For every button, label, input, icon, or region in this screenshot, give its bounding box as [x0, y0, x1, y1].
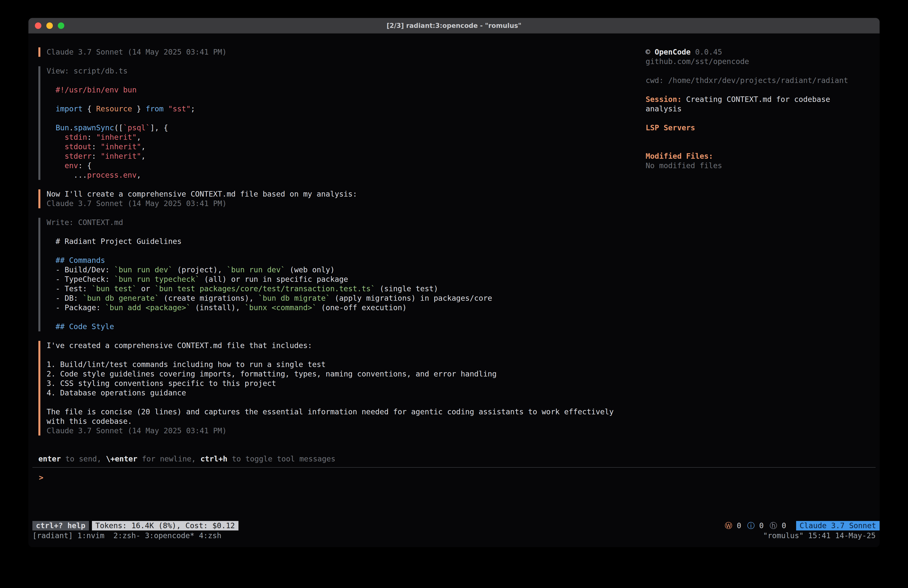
text-segment: `bun add <package>` [105, 303, 191, 312]
text-segment: : [92, 142, 101, 151]
diagnostic-count: 0 [755, 521, 764, 530]
diagnostic-warning: Ⓦ 0 [725, 521, 741, 531]
text-line [47, 350, 696, 360]
text-segment: © [646, 48, 655, 56]
text-segment: : [87, 133, 96, 142]
text-segment: , [141, 152, 145, 161]
text-line: - TypeCheck: `bun run typecheck` (all) o… [47, 275, 696, 284]
text-line: I've created a comprehensive CONTEXT.md … [47, 341, 696, 350]
text-segment: View: script/db.ts [47, 66, 127, 75]
text-segment: "inherit" [101, 152, 141, 161]
text-segment: 1. Build/lint/test commands including ho… [47, 360, 326, 369]
text-line [47, 313, 696, 322]
prompt-input[interactable]: > [39, 473, 861, 482]
sidebar-line: Session: Creating CONTEXT.md for codebas… [646, 95, 877, 104]
text-segment: } [132, 105, 145, 113]
text-segment: env [64, 161, 78, 170]
text-line: Bun.spawnSync([`psql`], { [47, 123, 696, 132]
text-line: - Package: `bun add <package>` (install)… [47, 303, 696, 313]
text-line [47, 246, 696, 256]
text-segment: The file is concise (20 lines) and captu… [47, 408, 614, 416]
model-chip[interactable]: Claude 3.7 Sonnet [796, 521, 880, 530]
text-line: 1. Build/lint/test commands including ho… [47, 360, 696, 369]
minimize-button[interactable] [46, 23, 53, 29]
text-segment: `bun test packages/core/test/transaction… [155, 284, 375, 293]
zoom-button[interactable] [58, 23, 64, 29]
text-segment: No modified files [646, 161, 722, 170]
text-line: ## Commands [47, 256, 696, 265]
text-segment: `bun db generate` [83, 294, 159, 303]
diagnostic-count: 0 [777, 521, 786, 530]
text-segment: Claude 3.7 Sonnet (14 May 2025 03:41 PM) [47, 426, 227, 435]
sidebar-line: github.com/sst/opencode [646, 57, 877, 66]
text-segment: Claude 3.7 Sonnet (14 May 2025 03:41 PM) [47, 199, 227, 208]
text-segment: ], { [150, 123, 168, 132]
text-segment: stdin [64, 133, 87, 142]
help-shortcut-chip[interactable]: ctrl+? help [32, 521, 89, 530]
text-segment: OpenCode [655, 48, 691, 56]
text-segment [164, 105, 168, 113]
text-line: The file is concise (20 lines) and captu… [47, 407, 696, 417]
traffic-lights [35, 18, 64, 33]
text-segment: to toggle tool messages [227, 454, 335, 463]
sidebar-line [646, 114, 877, 123]
text-segment [47, 142, 64, 151]
text-segment: stderr [64, 152, 92, 161]
assistant-message: I've created a comprehensive CONTEXT.md … [39, 341, 696, 435]
text-line: stdout: "inherit", [47, 142, 696, 151]
text-segment: , [137, 171, 141, 179]
text-segment [47, 161, 64, 170]
text-segment: spawnSync [74, 123, 114, 132]
text-segment: - Test: [47, 284, 92, 293]
text-line [47, 227, 696, 237]
text-segment: (all) or run in specific package [200, 275, 348, 284]
text-segment: from [145, 105, 163, 113]
sidebar-line: LSP Servers [646, 123, 877, 132]
text-segment: `bun db migrate` [258, 294, 330, 303]
chat-log: Claude 3.7 Sonnet (14 May 2025 03:41 PM)… [39, 47, 696, 445]
text-segment: Creating CONTEXT.md for codebase [682, 95, 830, 104]
text-segment: to send, [61, 454, 106, 463]
status-bar: ctrl+? help Tokens: 16.4K (8%), Cost: $0… [32, 521, 880, 530]
text-segment: 4. Database operations guidance [47, 388, 186, 397]
text-line: ...process.env, [47, 171, 696, 180]
text-line: # Radiant Project Guidelines [47, 237, 696, 246]
text-segment: Now I'll create a comprehensive CONTEXT.… [47, 190, 357, 198]
text-segment: (single test) [375, 284, 438, 293]
text-segment: `bun run typecheck` [114, 275, 200, 284]
hint-icon: ⓗ [770, 521, 777, 530]
diagnostic-info: ⓘ 0 [747, 521, 764, 531]
text-line: ## Code Style [47, 322, 696, 331]
text-segment: `bun test` [92, 284, 137, 293]
sidebar-line: Modified Files: [646, 151, 877, 161]
sidebar-line: No modified files [646, 161, 877, 171]
text-line: 3. CSS styling conventions specific to t… [47, 379, 696, 388]
text-segment: Bun [56, 123, 69, 132]
text-segment: 3. CSS styling conventions specific to t… [47, 379, 276, 388]
sidebar-line [646, 132, 877, 142]
text-segment: for newline, [137, 454, 200, 463]
text-segment: - Build/Dev: [47, 265, 114, 274]
sidebar-line: cwd: /home/thdxr/dev/projects/radiant/ra… [646, 76, 877, 85]
tool-view-block: View: script/db.ts #!/usr/bin/env bun im… [39, 66, 696, 180]
tokens-cost-chip: Tokens: 16.4K (8%), Cost: $0.12 [92, 521, 238, 530]
text-segment: , [137, 133, 141, 142]
text-line: #!/usr/bin/env bun [47, 85, 696, 95]
text-segment [47, 105, 56, 113]
text-line: Claude 3.7 Sonnet (14 May 2025 03:41 PM) [47, 47, 696, 57]
text-segment: cwd: /home/thdxr/dev/projects/radiant/ra… [646, 76, 848, 85]
text-segment: . [69, 123, 74, 132]
text-segment: process.env [87, 171, 137, 179]
text-segment: ... [47, 171, 87, 179]
title-bar: [2/3] radiant:3:opencode - "romulus" [28, 18, 880, 34]
text-segment: enter [39, 454, 61, 463]
text-segment: - TypeCheck: [47, 275, 114, 284]
tmux-session-window-list[interactable]: [radiant] 1:nvim 2:zsh- 3:opencode* 4:zs… [32, 531, 222, 540]
text-segment: with this codebase. [47, 417, 132, 425]
text-segment: (web only) [285, 265, 335, 274]
text-segment: { [83, 105, 96, 113]
close-button[interactable] [35, 23, 41, 29]
text-line: Now I'll create a comprehensive CONTEXT.… [47, 189, 696, 199]
input-separator [32, 467, 876, 468]
keybind-help-line: enter to send, \+enter for newline, ctrl… [39, 454, 335, 464]
